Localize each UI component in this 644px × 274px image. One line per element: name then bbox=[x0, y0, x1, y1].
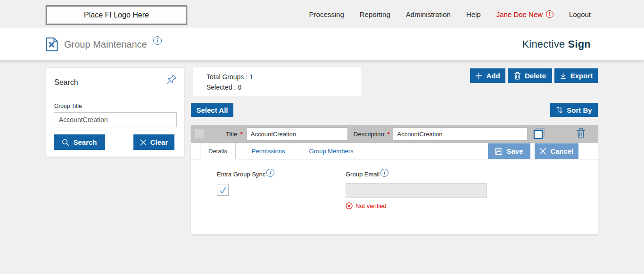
group-row-header: Title:* Description:* bbox=[191, 125, 598, 143]
sort-arrows-icon bbox=[556, 106, 563, 114]
search-icon bbox=[62, 139, 69, 146]
clear-button[interactable]: Clear bbox=[133, 134, 174, 150]
nav-administration[interactable]: Administration bbox=[406, 10, 451, 18]
tab-details[interactable]: Details bbox=[200, 143, 236, 159]
fi-logo-text: Place FI Logo Here bbox=[84, 11, 149, 19]
entra-group-sync-checkbox[interactable] bbox=[217, 184, 229, 196]
tab-permissions[interactable]: Permissions bbox=[244, 143, 293, 159]
sort-by-button[interactable]: Sort By bbox=[550, 103, 598, 117]
search-panel-title: Search bbox=[54, 78, 78, 87]
user-alert-icon: ! bbox=[546, 10, 553, 18]
select-all-label: Select All bbox=[197, 106, 228, 114]
save-button-label: Save bbox=[506, 147, 523, 155]
email-verification-status: Not verified bbox=[346, 202, 487, 209]
entra-group-sync-info-icon[interactable]: i bbox=[266, 169, 274, 177]
plus-icon bbox=[475, 72, 482, 79]
nav-user-label: Jane Doe New bbox=[496, 10, 543, 18]
cancel-x-icon bbox=[539, 148, 546, 155]
group-maintenance-icon bbox=[46, 37, 58, 51]
group-email-input bbox=[346, 183, 487, 198]
title-field-label: Title:* bbox=[226, 131, 243, 138]
nav-reporting[interactable]: Reporting bbox=[360, 10, 390, 18]
not-verified-text: Not verified bbox=[355, 202, 387, 209]
top-action-buttons: Add Delete Export bbox=[470, 68, 598, 83]
brand-logo: Kinective Sign bbox=[522, 28, 591, 60]
details-tab-content: Entra Group Sync i Group Email i bbox=[191, 159, 598, 234]
group-tabs-bar: Details Permissions Group Members Save C… bbox=[191, 143, 598, 159]
sort-by-label: Sort By bbox=[567, 106, 592, 114]
pin-icon[interactable] bbox=[165, 74, 178, 86]
brand-product: Sign bbox=[568, 38, 591, 50]
group-title-input[interactable] bbox=[54, 112, 177, 127]
entra-group-sync-label: Entra Group Sync i bbox=[217, 171, 274, 179]
export-download-icon bbox=[560, 72, 567, 80]
clear-x-icon bbox=[140, 139, 147, 146]
page-title-info-icon[interactable]: i bbox=[153, 36, 162, 45]
nav-logout[interactable]: Logout bbox=[569, 10, 591, 18]
checkmark-icon bbox=[218, 185, 227, 194]
row-select-checkbox[interactable] bbox=[195, 129, 205, 139]
not-verified-icon bbox=[346, 202, 353, 209]
nav-processing[interactable]: Processing bbox=[309, 10, 344, 18]
nav-help[interactable]: Help bbox=[466, 10, 481, 18]
search-panel: Search Group Title Search Clear bbox=[46, 67, 185, 157]
save-button[interactable]: Save bbox=[488, 143, 530, 159]
title-input[interactable] bbox=[247, 127, 348, 141]
selected-count-text: Selected : 0 bbox=[206, 82, 361, 92]
fi-logo-placeholder[interactable]: Place FI Logo Here bbox=[46, 5, 187, 25]
save-floppy-icon bbox=[495, 148, 503, 155]
group-card: Title:* Description:* Details Permission bbox=[191, 125, 598, 234]
group-email-info-icon[interactable]: i bbox=[380, 169, 388, 177]
add-button[interactable]: Add bbox=[470, 68, 505, 83]
description-required-mark: * bbox=[387, 131, 389, 138]
page-header: Group Maintenance i Kinective Sign bbox=[0, 28, 644, 60]
cancel-button-label: Cancel bbox=[550, 147, 573, 155]
brand-name: Kinective bbox=[522, 38, 565, 50]
tab-group-members[interactable]: Group Members bbox=[301, 143, 362, 159]
description-field-label: Description:* bbox=[354, 131, 390, 138]
row-trash-icon bbox=[576, 128, 586, 139]
page-title: Group Maintenance bbox=[64, 39, 147, 50]
export-button[interactable]: Export bbox=[554, 68, 598, 83]
group-email-label: Group Email i bbox=[346, 171, 487, 179]
description-input[interactable] bbox=[393, 127, 528, 141]
cancel-button[interactable]: Cancel bbox=[535, 143, 578, 159]
search-button-label: Search bbox=[73, 138, 97, 146]
title-required-mark: * bbox=[240, 131, 243, 138]
delete-button[interactable]: Delete bbox=[508, 68, 552, 83]
select-all-button[interactable]: Select All bbox=[191, 103, 233, 117]
delete-button-label: Delete bbox=[525, 72, 546, 80]
nav-user-jane-doe-new[interactable]: Jane Doe New ! bbox=[496, 10, 553, 18]
main-nav: Processing Reporting Administration Help… bbox=[309, 0, 591, 28]
trash-icon bbox=[514, 72, 521, 80]
total-groups-text: Total Groups : 1 bbox=[206, 72, 361, 82]
delete-group-row-button[interactable] bbox=[575, 128, 586, 140]
clear-button-label: Clear bbox=[150, 138, 168, 146]
export-button-label: Export bbox=[570, 72, 593, 80]
top-bar: Place FI Logo Here Processing Reporting … bbox=[0, 0, 644, 28]
search-button[interactable]: Search bbox=[54, 134, 105, 150]
add-button-label: Add bbox=[486, 72, 500, 80]
copy-group-button[interactable] bbox=[532, 127, 546, 141]
group-title-label: Group Title bbox=[54, 103, 82, 109]
group-stats-box: Total Groups : 1 Selected : 0 bbox=[193, 67, 361, 96]
copy-icon bbox=[533, 127, 546, 140]
